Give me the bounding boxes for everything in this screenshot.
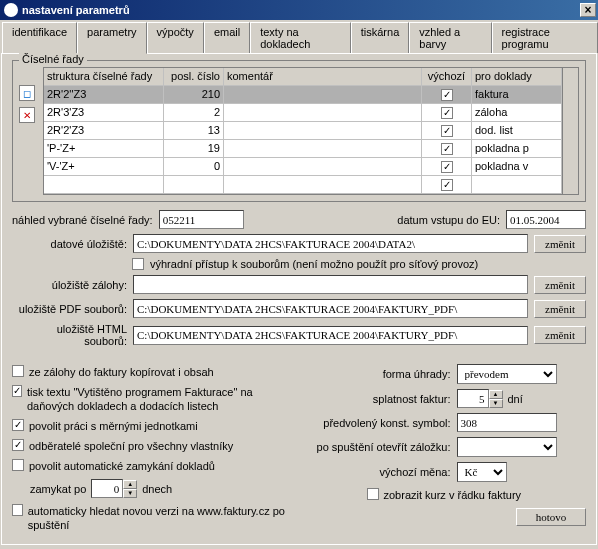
default-currency-select[interactable]: Kč — [457, 462, 507, 482]
grid-cell[interactable]: 2R'2'Z3 — [44, 122, 164, 139]
shared-customers-checkbox[interactable]: ✓ — [12, 439, 24, 451]
table-row[interactable]: 'V-'Z+0✓pokladna v — [44, 158, 562, 176]
print-text-checkbox[interactable]: ✓ — [12, 385, 22, 397]
grid-cell[interactable]: pokladna v — [472, 158, 562, 175]
grid-cell[interactable]: 0 — [164, 158, 224, 175]
startup-tab-select[interactable] — [457, 437, 557, 457]
grid-cell[interactable]: 'P-'Z+ — [44, 140, 164, 157]
eu-date-label: datum vstupu do EU: — [397, 214, 500, 226]
tab-registrace-programu[interactable]: registrace programu — [492, 22, 598, 53]
grid-cell[interactable]: 13 — [164, 122, 224, 139]
grid-cell[interactable]: 'V-'Z+ — [44, 158, 164, 175]
grid-cell[interactable]: pokladna p — [472, 140, 562, 157]
grid-header-c5[interactable]: pro doklady — [472, 68, 562, 85]
grid-header-c3[interactable]: komentář — [224, 68, 422, 85]
tab-texty-na-dokladech[interactable]: texty na dokladech — [250, 22, 351, 53]
payment-form-select[interactable]: převodem — [457, 364, 557, 384]
lock-days-unit: dnech — [142, 482, 172, 496]
grid-cell[interactable] — [224, 122, 422, 139]
data-storage-change-button[interactable]: změnit — [534, 235, 586, 253]
grid-cell[interactable] — [224, 86, 422, 103]
row-default-checkbox[interactable]: ✓ — [441, 89, 453, 101]
const-symbol-input[interactable] — [457, 413, 557, 432]
preview-value[interactable] — [159, 210, 244, 229]
grid-cell[interactable] — [44, 176, 164, 193]
row-default-checkbox[interactable]: ✓ — [441, 107, 453, 119]
grid-cell[interactable] — [472, 176, 562, 193]
units-checkbox[interactable]: ✓ — [12, 419, 24, 431]
due-days-up[interactable]: ▲ — [489, 390, 503, 399]
table-row[interactable]: 2R'3'Z32✓záloha — [44, 104, 562, 122]
grid-scrollbar[interactable] — [562, 68, 578, 194]
auto-update-checkbox[interactable] — [12, 504, 23, 516]
grid-side-icons: ◻ ✕ — [19, 67, 37, 195]
lock-days-up[interactable]: ▲ — [123, 480, 137, 489]
grid-header-c4[interactable]: výchozí — [422, 68, 472, 85]
tab-tiskárna[interactable]: tiskárna — [351, 22, 410, 53]
autolock-label: povolit automatické zamykání dokladů — [29, 459, 215, 473]
grid-cell[interactable] — [224, 140, 422, 157]
html-storage-change-button[interactable]: změnit — [534, 326, 586, 344]
table-row[interactable]: ✓ — [44, 176, 562, 194]
done-button[interactable]: hotovo — [516, 508, 586, 526]
tab-parametry[interactable]: parametry — [77, 22, 147, 54]
grid-cell[interactable]: 210 — [164, 86, 224, 103]
exclusive-access-checkbox[interactable] — [132, 258, 144, 270]
lock-days-input[interactable] — [91, 479, 123, 498]
table-row[interactable]: 'P-'Z+19✓pokladna p — [44, 140, 562, 158]
grid-cell[interactable]: 2 — [164, 104, 224, 121]
autolock-checkbox[interactable] — [12, 459, 24, 471]
eu-date-value[interactable] — [506, 210, 586, 229]
grid-cell[interactable]: dod. list — [472, 122, 562, 139]
grid-cell[interactable]: záloha — [472, 104, 562, 121]
grid-cell[interactable]: ✓ — [422, 104, 472, 121]
payment-form-label: forma úhrady: — [307, 368, 457, 380]
lock-days-down[interactable]: ▼ — [123, 489, 137, 498]
grid-cell[interactable]: 2R'2''Z3 — [44, 86, 164, 103]
number-series-grid[interactable]: struktura číselné řadyposl. číslokomentá… — [43, 67, 579, 195]
tab-vzhled-a-barvy[interactable]: vzhled a barvy — [409, 22, 491, 53]
row-default-checkbox[interactable]: ✓ — [441, 161, 453, 173]
grid-cell[interactable]: 2R'3'Z3 — [44, 104, 164, 121]
backup-storage-change-button[interactable]: změnit — [534, 276, 586, 294]
grid-cell[interactable] — [224, 176, 422, 193]
row-default-checkbox[interactable]: ✓ — [441, 125, 453, 137]
auto-update-label: automaticky hledat novou verzi na www.fa… — [28, 504, 292, 532]
grid-cell[interactable]: faktura — [472, 86, 562, 103]
data-storage-label: datové úložiště: — [12, 238, 127, 250]
pdf-storage-change-button[interactable]: změnit — [534, 300, 586, 318]
grid-cell[interactable]: ✓ — [422, 122, 472, 139]
pdf-storage-input[interactable] — [133, 299, 528, 318]
grid-cell[interactable] — [164, 176, 224, 193]
row-default-checkbox[interactable]: ✓ — [441, 143, 453, 155]
copy-backup-checkbox[interactable] — [12, 365, 24, 377]
grid-cell[interactable]: 19 — [164, 140, 224, 157]
close-button[interactable]: × — [580, 3, 596, 17]
grid-cell[interactable]: ✓ — [422, 140, 472, 157]
due-days-input[interactable] — [457, 389, 489, 408]
grid-cell[interactable]: ✓ — [422, 86, 472, 103]
grid-cell[interactable]: ✓ — [422, 158, 472, 175]
new-row-icon[interactable]: ◻ — [19, 85, 35, 101]
table-row[interactable]: 2R'2'Z313✓dod. list — [44, 122, 562, 140]
row-default-checkbox[interactable]: ✓ — [441, 179, 453, 191]
due-days-down[interactable]: ▼ — [489, 399, 503, 408]
grid-cell[interactable] — [224, 104, 422, 121]
show-rate-checkbox[interactable] — [367, 488, 379, 500]
grid-cell[interactable] — [224, 158, 422, 175]
grid-header-c1[interactable]: struktura číselné řady — [44, 68, 164, 85]
number-series-group: Číselné řady ◻ ✕ struktura číselné řadyp… — [12, 60, 586, 202]
data-storage-input[interactable] — [133, 234, 528, 253]
grid-header-c2[interactable]: posl. číslo — [164, 68, 224, 85]
pdf-storage-label: uložiště PDF souborů: — [12, 303, 127, 315]
backup-storage-input[interactable] — [133, 275, 528, 294]
due-days-label: splatnost faktur: — [307, 393, 457, 405]
tab-výpočty[interactable]: výpočty — [147, 22, 204, 53]
right-options-column: forma úhrady: převodem splatnost faktur:… — [307, 359, 587, 538]
delete-row-icon[interactable]: ✕ — [19, 107, 35, 123]
tab-email[interactable]: email — [204, 22, 250, 53]
grid-cell[interactable]: ✓ — [422, 176, 472, 193]
html-storage-input[interactable] — [133, 326, 528, 345]
table-row[interactable]: 2R'2''Z3210✓faktura — [44, 86, 562, 104]
tab-identifikace[interactable]: identifikace — [2, 22, 77, 53]
